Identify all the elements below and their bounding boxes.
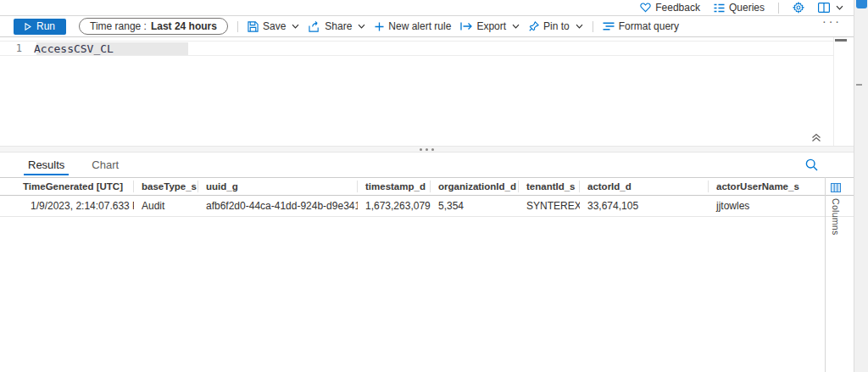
run-label: Run: [36, 20, 55, 32]
queries-label: Queries: [729, 2, 765, 14]
query-text: AccessCSV_CL: [34, 42, 114, 55]
new-alert-rule-button[interactable]: New alert rule: [375, 20, 451, 32]
feedback-heart-icon: [640, 3, 651, 13]
column-header[interactable]: actorUserName_s: [709, 180, 826, 192]
columns-icon: [831, 183, 841, 192]
column-header[interactable]: baseType_s: [134, 180, 198, 192]
cell-organizationid: 5,354: [431, 200, 519, 212]
top-bar-divider: [778, 3, 779, 14]
tab-chart-label: Chart: [92, 158, 119, 171]
query-editor[interactable]: 1 AccessCSV_CL: [0, 37, 854, 146]
format-query-button[interactable]: Format query: [603, 20, 679, 32]
chevron-down-icon: [836, 5, 843, 10]
column-header[interactable]: uuid_g: [198, 180, 358, 192]
export-arrow-icon: [460, 22, 472, 31]
time-range-picker[interactable]: Time range : Last 24 hours: [79, 18, 228, 35]
settings-button[interactable]: [793, 2, 804, 14]
share-button[interactable]: Share: [309, 20, 365, 32]
chevron-down-icon: [358, 24, 365, 29]
splitter-dot: [420, 148, 422, 151]
export-button[interactable]: Export: [460, 20, 520, 32]
editor-results-splitter[interactable]: [0, 146, 854, 153]
results-panel: Results Chart TimeGenerated [UTC] baseTy…: [0, 153, 854, 372]
columns-panel-toggle[interactable]: Columns: [831, 183, 841, 236]
column-header[interactable]: tenantId_s: [519, 180, 580, 192]
main-content: Feedback Queries: [0, 0, 854, 372]
cell-timegenerated: 1/9/2023, 2:14:07.633 PM: [15, 200, 134, 212]
search-icon: [805, 158, 818, 171]
query-toolbar: Run Time range : Last 24 hours Save Shar…: [0, 16, 854, 37]
cell-actorusername: jjtowles: [709, 200, 826, 212]
time-range-label: Time range :: [90, 20, 147, 32]
save-icon: [248, 21, 259, 32]
minimap-text-mark: [835, 39, 847, 42]
share-label: Share: [325, 20, 352, 32]
pin-icon: [529, 21, 539, 31]
layout-tabs-button[interactable]: [818, 3, 843, 13]
layout-columns-icon: [818, 3, 830, 13]
collapse-editor-button[interactable]: [811, 133, 821, 142]
export-label: Export: [476, 20, 506, 32]
save-label: Save: [263, 20, 286, 32]
plus-icon: [375, 22, 384, 31]
table-row[interactable]: 1/9/2023, 2:14:07.633 PM Audit afb6f2d0-…: [0, 196, 854, 217]
search-results-button[interactable]: [805, 158, 818, 171]
log-analytics-query-page: Feedback Queries: [0, 0, 868, 372]
chevron-down-icon: [576, 24, 583, 29]
cell-timestamp: 1,673,263,079,790: [358, 200, 431, 212]
save-button[interactable]: Save: [248, 20, 299, 32]
new-alert-rule-label: New alert rule: [388, 20, 451, 32]
table-header-row: TimeGenerated [UTC] baseType_s uuid_g ti…: [0, 177, 854, 196]
side-panel-dash: [856, 84, 862, 86]
columns-side-rail: Columns: [825, 177, 826, 372]
gear-icon: [793, 2, 804, 14]
double-chevron-up-icon: [811, 133, 821, 142]
tab-chart[interactable]: Chart: [92, 153, 119, 177]
tab-results-label: Results: [28, 158, 64, 171]
results-tabs: Results Chart: [0, 153, 854, 177]
cell-uuid: afb6f2d0-44ca-41dd-924b-d9e3412ad45a: [198, 200, 358, 212]
minimap-border: [833, 37, 834, 146]
pin-to-button[interactable]: Pin to: [529, 20, 583, 32]
splitter-dot: [431, 148, 434, 151]
queries-list-icon: [714, 3, 725, 13]
feedback-button[interactable]: Feedback: [640, 2, 700, 14]
queries-button[interactable]: Queries: [714, 2, 765, 14]
line-number: 1: [0, 42, 34, 54]
splitter-dot: [426, 148, 428, 151]
cell-basetype: Audit: [134, 200, 198, 212]
cell-value: 1/9/2023, 2:14:07.633 PM: [31, 200, 134, 212]
pin-to-label: Pin to: [543, 20, 570, 32]
toolbar-divider: [593, 21, 593, 32]
format-query-label: Format query: [619, 20, 679, 32]
cell-actorid: 33,674,105: [580, 200, 709, 212]
toolbar-more-button[interactable]: ···: [822, 17, 842, 25]
columns-panel-label: Columns: [831, 198, 841, 236]
play-icon: [25, 23, 31, 31]
format-lines-icon: [603, 22, 615, 31]
run-button[interactable]: Run: [14, 19, 66, 35]
column-header[interactable]: actorId_d: [580, 180, 709, 192]
column-header[interactable]: organizationId_d: [431, 180, 519, 192]
column-header[interactable]: timestamp_d: [358, 180, 431, 192]
time-range-value: Last 24 hours: [151, 20, 217, 32]
chevron-down-icon: [512, 24, 520, 29]
right-edge-panel: [854, 0, 868, 372]
share-icon: [309, 21, 320, 32]
feedback-label: Feedback: [655, 2, 700, 14]
toolbar-divider: [237, 21, 238, 32]
cell-tenantid: SYNTEREX: [519, 200, 580, 212]
column-header[interactable]: TimeGenerated [UTC]: [15, 180, 134, 192]
editor-line-1: 1 AccessCSV_CL: [0, 42, 114, 55]
top-command-bar: Feedback Queries: [0, 0, 854, 16]
chevron-down-icon: [292, 24, 299, 29]
tab-results[interactable]: Results: [28, 153, 64, 177]
side-panel-app-icon[interactable]: [856, 0, 867, 8]
